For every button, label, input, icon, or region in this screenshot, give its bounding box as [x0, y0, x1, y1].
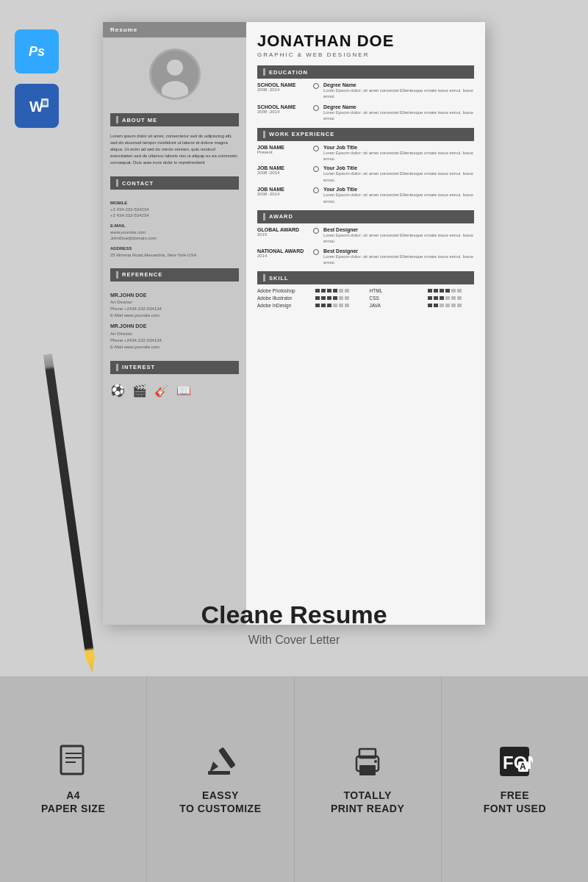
edu-desc-2: Loren Epsom dolor: sit amet consectet El… — [323, 110, 474, 122]
resume-mockup: Resume ABOUT ME Lorem ipsum dolor sit am… — [103, 22, 485, 625]
skill-java-bar — [428, 304, 462, 307]
skill-photoshop-label: Adobe Photoshop — [257, 288, 312, 293]
edu-dot-2 — [313, 105, 319, 111]
about-me-content: Lorem ipsum dolor sit amet, consectetur … — [103, 130, 246, 171]
skill-html-bar — [428, 289, 462, 293]
feature-print: TOTALLYPRINT READY — [295, 676, 442, 882]
award-section-title: AWARD — [257, 210, 474, 223]
address-value: 25 Almeria Road,Alexandria, New York-USA — [110, 252, 239, 258]
education-item-2: SCHOOL NAME 2008 -2014 Degree Name Loren… — [257, 104, 474, 122]
photoshop-icon: Ps — [15, 29, 59, 74]
award-1-desc: Loren Epsom dolor: sit amet consectet El… — [323, 232, 474, 245]
product-name: Cleane Resume — [15, 600, 573, 629]
jobtitle-1: Your Job Title — [323, 145, 474, 150]
skill-css-bar — [428, 296, 462, 300]
jobtitle-2: Your Job Title — [323, 165, 474, 171]
degree-2: Degree Name — [323, 104, 474, 110]
award-dot-1 — [313, 228, 319, 234]
award-1-name: GLOBAL AWARD — [257, 227, 309, 232]
skill-photoshop: Adobe Photoshop — [257, 288, 362, 293]
work-desc-3: Loren Epsom dolor: sit amet consectet El… — [323, 192, 474, 204]
work-item-1: JOB NAME Present Your Job Title Loren Ep… — [257, 145, 474, 162]
work-desc-2: Loren Epsom dolor: sit amet consectet El… — [323, 171, 474, 183]
award-item-1: GLOBAL AWARD 2015 Best Designer Loren Ep… — [257, 227, 474, 245]
education-item-1: SCHOOL NAME 2008 -2014 Degree Name Loren… — [257, 82, 474, 100]
feature-font-label: FREEFONT USED — [484, 789, 546, 815]
book-icon: 📖 — [176, 384, 191, 398]
company-2: JOB NAME — [257, 165, 309, 171]
skill-illustrator-label: Adobe Illustrator — [257, 295, 312, 301]
paper-size-icon — [55, 743, 92, 780]
interest-icons: ⚽ 🎬 🎸 📖 — [103, 378, 246, 404]
skill-html-label: HTML — [370, 288, 425, 293]
work-section-title: WORK EXPERIENCE — [257, 128, 474, 141]
resume-main: JONATHAN DOE GRAPHIC & WEB DESIGNER EDUC… — [246, 22, 485, 625]
svg-rect-13 — [208, 771, 230, 775]
svg-point-19 — [374, 760, 377, 763]
education-list: SCHOOL NAME 2008 -2014 Degree Name Loren… — [257, 82, 474, 122]
features-bar: A4PAPER SIZE EASSYTO CUSTOMIZE TOTALLYPR… — [0, 676, 588, 882]
skill-section-title: SKILL — [257, 271, 474, 284]
skills-grid: Adobe Photoshop HTML Adobe Illustrator C… — [257, 288, 474, 308]
svg-text:A: A — [520, 761, 526, 772]
skill-illustrator: Adobe Illustrator — [257, 295, 362, 301]
email-label: E-MAIL — [110, 223, 239, 229]
work-item-2: JOB NAME 2008 -2014 Your Job Title Loren… — [257, 165, 474, 183]
word-icon: W — [15, 84, 59, 128]
award-1-year: 2015 — [257, 232, 309, 237]
skill-java-label: JAVA — [370, 303, 425, 308]
interest-title: INTEREST — [110, 361, 239, 374]
company-3: JOB NAME — [257, 187, 309, 192]
svg-rect-17 — [359, 765, 376, 775]
candidate-title: GRAPHIC & WEB DESIGNER — [257, 51, 474, 58]
print-icon — [349, 743, 386, 780]
school-2-name: SCHOOL NAME — [257, 104, 309, 110]
soccer-icon: ⚽ — [110, 384, 125, 398]
skill-css-label: CSS — [370, 295, 425, 301]
email-2: JohnDoe@domain.com — [110, 235, 239, 241]
svg-rect-14 — [218, 747, 236, 768]
candidate-name: JONATHAN DOE — [257, 33, 474, 49]
award-dot-2 — [313, 249, 319, 255]
ref1-role: Art Director — [110, 299, 239, 306]
film-icon: 🎬 — [132, 384, 147, 398]
feature-font: FON A FREEFONT USED — [442, 676, 588, 882]
skill-java: JAVA — [370, 303, 475, 308]
work-dot-3 — [313, 187, 319, 193]
skill-css: CSS — [370, 295, 475, 301]
ref2-name: MR.JOHN DOE — [110, 323, 239, 331]
award-item-2: NATIONAL AWARD 2014 Best Designer Loren … — [257, 248, 474, 266]
svg-rect-9 — [61, 746, 83, 774]
award-list: GLOBAL AWARD 2015 Best Designer Loren Ep… — [257, 227, 474, 266]
award-1-title: Best Designer — [323, 227, 474, 232]
ref1-email: E-Mail www.yoursite.com — [110, 312, 239, 319]
ref1-phone: Phone +2434-232-534134 — [110, 306, 239, 312]
degree-1: Degree Name — [323, 82, 474, 87]
school-1-year: 2008 -2014 — [257, 87, 309, 92]
work-item-3: JOB NAME 2008 -2014 Your Job Title Loren… — [257, 187, 474, 204]
ref2-email: E-Mail www.yoursite.com — [110, 344, 239, 351]
contact-title: CONTACT — [110, 176, 239, 190]
work-dot-2 — [313, 166, 319, 172]
ref2-phone: Phone +2434-232-534134 — [110, 337, 239, 344]
ref2-role: Art Director — [110, 331, 239, 337]
work-year-2: 2008 -2014 — [257, 171, 309, 175]
award-2-title: Best Designer — [323, 248, 474, 254]
customize-icon — [202, 743, 239, 780]
resume-sidebar: Resume ABOUT ME Lorem ipsum dolor sit am… — [103, 22, 246, 625]
resume-label: Resume — [103, 22, 246, 37]
product-subtitle: With Cover Letter — [15, 634, 573, 647]
skill-illustrator-bar — [315, 296, 349, 300]
feature-customize-label: EASSYTO CUSTOMIZE — [179, 789, 261, 815]
skill-indesign-label: Adobe InDesign — [257, 303, 312, 308]
skill-indesign: Adobe InDesign — [257, 303, 362, 308]
skill-html: HTML — [370, 288, 475, 293]
skill-photoshop-bar — [315, 289, 349, 293]
address-label: ADDRESS — [110, 245, 239, 252]
school-2-year: 2008 -2014 — [257, 110, 309, 114]
svg-marker-15 — [209, 761, 218, 772]
svg-point-7 — [167, 60, 183, 76]
award-2-desc: Loren Epsom dolor: sit amet consectet El… — [323, 254, 474, 266]
mobile-2: +2 434-232-534234 — [110, 212, 239, 218]
work-desc-1: Loren Epsom dolor: sit amet consectet El… — [323, 150, 474, 162]
